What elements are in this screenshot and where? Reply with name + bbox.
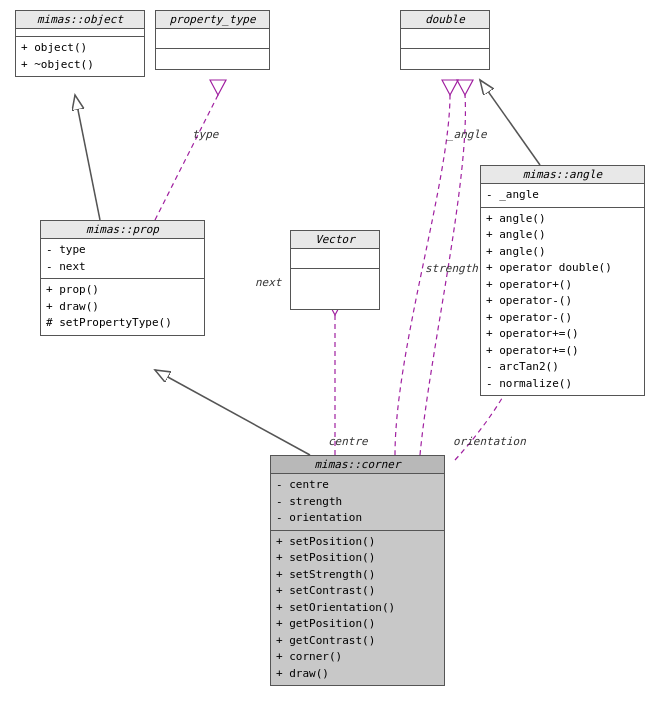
type-label: type	[192, 128, 219, 141]
angle-label: _angle	[447, 128, 487, 141]
property-type-attributes	[156, 29, 269, 49]
mimas-corner-box: mimas::corner - centre - strength - orie…	[270, 455, 445, 686]
double-title: double	[401, 11, 489, 29]
svg-line-3	[155, 370, 310, 455]
mimas-object-attributes	[16, 29, 144, 37]
mimas-prop-title: mimas::prop	[41, 221, 204, 239]
strength-label: strength	[425, 262, 478, 275]
double-methods	[401, 49, 489, 69]
svg-line-0	[75, 95, 100, 220]
mimas-object-title: mimas::object	[16, 11, 144, 29]
property-type-title: property_type	[156, 11, 269, 29]
svg-marker-2	[210, 80, 226, 95]
vector-title: Vector	[291, 231, 379, 249]
mimas-angle-box: mimas::angle - _angle + angle() + angle(…	[480, 165, 645, 396]
svg-marker-6	[442, 80, 458, 95]
mimas-angle-attributes: - _angle	[481, 184, 644, 208]
double-box: double	[400, 10, 490, 70]
next-label: next	[255, 276, 282, 289]
svg-marker-7	[457, 80, 473, 95]
mimas-prop-methods: + prop() + draw() # setPropertyType()	[41, 279, 204, 335]
property-type-box: property_type	[155, 10, 270, 70]
mimas-prop-attributes: - type - next	[41, 239, 204, 279]
svg-line-1	[155, 95, 218, 220]
mimas-object-methods: + object() + ~object()	[16, 37, 144, 76]
centre-label: centre	[328, 435, 368, 448]
double-attributes	[401, 29, 489, 49]
vector-methods	[291, 269, 379, 309]
mimas-prop-box: mimas::prop - type - next + prop() + dra…	[40, 220, 205, 336]
property-type-methods	[156, 49, 269, 69]
svg-line-9	[480, 80, 540, 165]
mimas-corner-attributes: - centre - strength - orientation	[271, 474, 444, 531]
mimas-corner-title: mimas::corner	[271, 456, 444, 474]
vector-box: Vector	[290, 230, 380, 310]
mimas-angle-methods: + angle() + angle() + angle() + operator…	[481, 208, 644, 396]
vector-attributes	[291, 249, 379, 269]
mimas-corner-methods: + setPosition() + setPosition() + setStr…	[271, 531, 444, 686]
mimas-angle-title: mimas::angle	[481, 166, 644, 184]
orientation-label: orientation	[453, 435, 526, 448]
mimas-object-box: mimas::object + object() + ~object()	[15, 10, 145, 77]
